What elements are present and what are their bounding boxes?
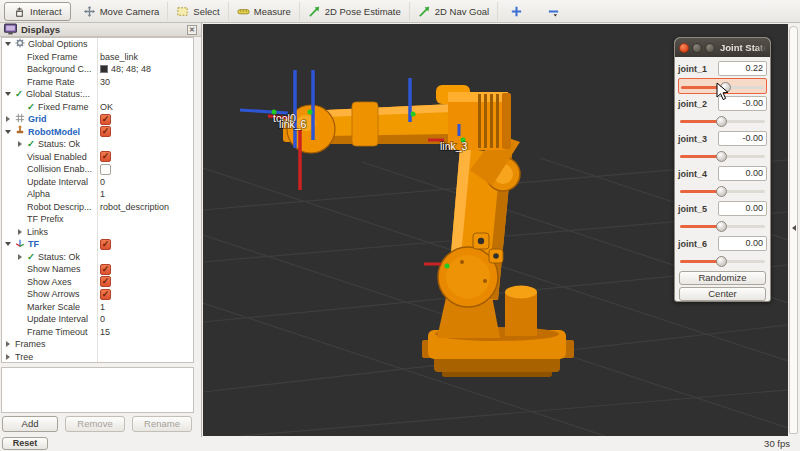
robot-model (283, 85, 574, 377)
tree-row-alpha[interactable]: Alpha1 (2, 188, 193, 201)
robot-icon (15, 125, 25, 139)
tree-row-visual-enabled[interactable]: Visual Enabled✓ (2, 151, 193, 164)
tree-row-links[interactable]: Links (2, 226, 193, 239)
fps-counter: 30 fps (764, 438, 790, 449)
slider-fill (680, 190, 721, 193)
expand-arrow-icon[interactable] (4, 116, 12, 122)
tool-select[interactable]: Select (168, 2, 228, 21)
tree-row-frame-rate[interactable]: Frame Rate30 (2, 76, 193, 89)
collapse-arrow-icon[interactable] (4, 242, 12, 246)
tree-row-global-status-[interactable]: ✓Global Status:... (2, 88, 193, 101)
tree-row-show-names[interactable]: Show Names✓ (2, 263, 193, 276)
tree-row-show-axes[interactable]: Show Axes✓ (2, 276, 193, 289)
checkbox-checked[interactable]: ✓ (100, 126, 111, 137)
add-tool-button[interactable] (502, 2, 531, 21)
joint-slider[interactable] (678, 113, 767, 129)
views-panel-collapsed-bar[interactable] (789, 26, 798, 434)
tree-row-grid[interactable]: Grid✓ (2, 113, 193, 126)
check-icon: ✓ (27, 251, 35, 264)
frame-label: link_6 (279, 118, 307, 130)
joint-label: joint_3 (678, 134, 707, 144)
remove-display-button[interactable]: Remove (65, 416, 125, 432)
slider-knob[interactable] (716, 221, 727, 232)
checkbox-checked[interactable]: ✓ (100, 264, 111, 275)
gear-icon (15, 38, 25, 52)
slider-knob[interactable] (716, 151, 727, 162)
tree-row-collision-enab-[interactable]: Collision Enab... (2, 163, 193, 176)
tree-row-marker-scale[interactable]: Marker Scale1 (2, 301, 193, 314)
tree-row-robotmodel[interactable]: RobotModel✓ (2, 126, 193, 139)
tree-row-update-interval[interactable]: Update Interval0 (2, 313, 193, 326)
tree-row-fixed-frame[interactable]: ✓Fixed FrameOK (2, 101, 193, 114)
tree-row-frame-timeout[interactable]: Frame Timeout15 (2, 326, 193, 339)
tree-row-frames[interactable]: Frames (2, 338, 193, 351)
displays-panel-title: Displays (21, 24, 60, 35)
slider-knob[interactable] (716, 186, 727, 197)
joint-label: joint_6 (678, 239, 707, 249)
tree-row-fixed-frame[interactable]: Fixed Framebase_link (2, 51, 193, 64)
tree-row-update-interval[interactable]: Update Interval0 (2, 176, 193, 189)
expand-arrow-icon[interactable] (16, 229, 24, 235)
collapse-arrow-icon[interactable] (4, 130, 12, 134)
checkbox-checked[interactable]: ✓ (100, 114, 111, 125)
expand-arrow-icon[interactable] (4, 354, 12, 360)
add-display-button[interactable]: Add (2, 416, 58, 432)
checkbox-checked[interactable]: ✓ (100, 276, 111, 287)
tree-row-robot-descrip-[interactable]: Robot Descrip...robot_description (2, 201, 193, 214)
remove-tool-button[interactable] (539, 2, 568, 21)
slider-trough (680, 190, 765, 193)
collapse-arrow-icon[interactable] (4, 42, 12, 46)
tree-row-status-ok[interactable]: ✓Status: Ok (2, 138, 193, 151)
plus-icon (510, 5, 523, 18)
checkbox-checked[interactable]: ✓ (100, 289, 111, 300)
slider-fill (680, 260, 721, 263)
slider-fill (680, 120, 721, 123)
checkbox-checked[interactable]: ✓ (100, 239, 111, 250)
joint-value-field[interactable]: -0.00 (718, 131, 767, 146)
slider-trough (680, 120, 765, 123)
window-minimize-icon[interactable] (692, 43, 702, 53)
reset-button[interactable]: Reset (2, 437, 48, 450)
close-panel-icon[interactable]: ✕ (187, 25, 197, 35)
tool-move-camera[interactable]: Move Camera (75, 2, 169, 21)
tree-row-global-options[interactable]: Global Options (2, 38, 193, 51)
collapse-arrow-icon[interactable] (4, 92, 12, 96)
expand-arrow-icon[interactable] (16, 141, 24, 147)
grid-icon (15, 113, 25, 127)
tool-2d-nav-goal[interactable]: 2D Nav Goal (410, 2, 498, 21)
tool-interact[interactable]: Interact (4, 2, 71, 21)
expand-arrow-icon[interactable] (4, 341, 12, 347)
rename-display-button[interactable]: Rename (132, 416, 192, 432)
randomize-button[interactable]: Randomize (679, 271, 766, 285)
slider-knob[interactable] (716, 116, 727, 127)
window-maximize-icon[interactable] (705, 43, 715, 53)
displays-panel-header[interactable]: Displays ✕ (0, 23, 201, 37)
tool-measure[interactable]: Measure (229, 2, 300, 21)
tree-row-tf[interactable]: TF✓ (2, 238, 193, 251)
window-close-icon[interactable] (679, 43, 689, 53)
joint-value-field[interactable]: 0.00 (718, 236, 767, 251)
joint-state-publisher-window: Joint State joint_10.22joint_2-0.00joint… (674, 37, 771, 302)
joint-value-field[interactable]: 0.22 (718, 61, 767, 76)
checkbox-unchecked[interactable] (100, 164, 111, 175)
tree-row-status-ok[interactable]: ✓Status: Ok (2, 251, 193, 264)
tree-row-tf-prefix[interactable]: TF Prefix (2, 213, 193, 226)
slider-trough (680, 155, 765, 158)
tree-row-show-arrows[interactable]: Show Arrows✓ (2, 288, 193, 301)
tool-2d-pose-estimate[interactable]: 2D Pose Estimate (300, 2, 410, 21)
joint-slider[interactable] (678, 218, 767, 234)
check-icon: ✓ (27, 101, 35, 114)
tree-row-tree[interactable]: Tree (2, 351, 193, 364)
checkbox-checked[interactable]: ✓ (100, 151, 111, 162)
tree-row-background-c-[interactable]: Background C...48; 48; 48 (2, 63, 193, 76)
slider-knob[interactable] (716, 256, 727, 267)
joint-value-field[interactable]: 0.00 (718, 201, 767, 216)
joint-value-field[interactable]: 0.00 (718, 166, 767, 181)
joint-slider[interactable] (678, 183, 767, 199)
joint-slider[interactable] (678, 253, 767, 269)
expand-arrow-icon[interactable] (16, 254, 24, 260)
joint-slider[interactable] (678, 148, 767, 164)
center-button[interactable]: Center (679, 287, 766, 301)
joint-window-titlebar[interactable]: Joint State (675, 38, 770, 57)
frame-label: link_3 (440, 140, 468, 152)
